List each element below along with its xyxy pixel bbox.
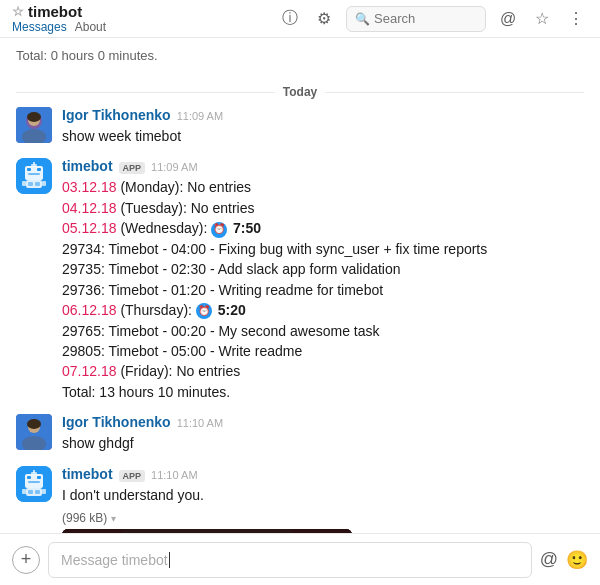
message-author-timebot-2: timebot	[62, 466, 113, 482]
search-input[interactable]	[374, 11, 477, 26]
more-button[interactable]: ⋮	[564, 7, 588, 31]
message-text-timebot-2: I don't understand you.	[62, 485, 584, 505]
message-group-igor-2: Igor Tikhonenko 11:10 AM show ghdgf	[16, 414, 584, 453]
date-divider-line-left	[16, 92, 275, 93]
svg-rect-24	[37, 476, 41, 479]
app-badge-2: APP	[119, 470, 146, 482]
message-time-timebot-2: 11:10 AM	[151, 469, 197, 481]
avatar-igor-1	[16, 107, 52, 143]
svg-rect-30	[42, 489, 46, 494]
svg-rect-23	[27, 476, 31, 479]
date-fri: 07.12.18	[62, 363, 117, 379]
svg-point-19	[27, 419, 41, 429]
message-header-igor-1: Igor Tikhonenko 11:09 AM	[62, 107, 584, 123]
image-size-text: (996 kB)	[62, 511, 107, 525]
compose-emoji-icon[interactable]: 🙂	[566, 549, 588, 571]
message-header-timebot-1: timebot APP 11:09 AM	[62, 158, 584, 174]
at-button[interactable]: @	[496, 7, 520, 31]
svg-rect-32	[35, 490, 40, 494]
message-content-igor-2: Igor Tikhonenko 11:10 AM show ghdgf	[62, 414, 584, 453]
date-divider-line-right	[325, 92, 584, 93]
message-content-timebot-1: timebot APP 11:09 AM 03.12.18 (Monday): …	[62, 158, 584, 402]
nav-links: Messages About	[12, 20, 106, 34]
time-value-thu: 5:20	[218, 302, 246, 318]
message-group-timebot-2: timebot APP 11:10 AM I don't understand …	[16, 466, 584, 533]
svg-rect-7	[27, 168, 31, 171]
image-container: (996 kB) ▾	[62, 511, 584, 533]
chevron-down-icon[interactable]: ▾	[111, 513, 116, 524]
compose-placeholder: Message timebot	[61, 552, 168, 568]
star-icon[interactable]: ☆	[12, 4, 24, 19]
channel-info: ☆ timebot Messages About	[12, 3, 106, 34]
compose-right-icons: @ 🙂	[540, 549, 588, 571]
message-text-igor-1: show week timebot	[62, 126, 584, 146]
svg-rect-25	[28, 481, 40, 483]
message-group-igor-1: Igor Tikhonenko 11:09 AM show week timeb…	[16, 107, 584, 146]
top-bar: ☆ timebot Messages About ⓘ ⚙ 🔍 @ ☆ ⋮	[0, 0, 600, 38]
compose-cursor	[169, 552, 170, 568]
message-content-igor-1: Igor Tikhonenko 11:09 AM show week timeb…	[62, 107, 584, 146]
date-tue: 04.12.18	[62, 200, 117, 216]
message-header-igor-2: Igor Tikhonenko 11:10 AM	[62, 414, 584, 430]
compose-box[interactable]: Message timebot	[48, 542, 532, 578]
message-time-timebot-1: 11:09 AM	[151, 161, 197, 173]
star-button[interactable]: ☆	[530, 7, 554, 31]
message-group-timebot-1: timebot APP 11:09 AM 03.12.18 (Monday): …	[16, 158, 584, 402]
channel-title: ☆ timebot	[12, 3, 106, 20]
avatar-timebot-1	[16, 158, 52, 194]
svg-point-4	[27, 112, 41, 122]
date-mon: 03.12.18	[62, 179, 117, 195]
channel-name: timebot	[28, 3, 82, 20]
svg-rect-16	[35, 182, 40, 186]
image-size-label: (996 kB) ▾	[62, 511, 584, 525]
chat-image	[62, 529, 352, 533]
top-bar-actions: ⓘ ⚙ 🔍 @ ☆ ⋮	[278, 6, 588, 32]
time-icon-thu: ⏰	[196, 303, 212, 319]
app-badge-1: APP	[119, 162, 146, 174]
settings-button[interactable]: ⚙	[312, 7, 336, 31]
time-value-wed: 7:50	[233, 220, 261, 236]
date-divider: Today	[16, 85, 584, 99]
total-line-top: Total: 0 hours 0 minutes.	[16, 46, 584, 73]
message-time-igor-1: 11:09 AM	[177, 110, 223, 122]
bottom-bar: + Message timebot @ 🙂	[0, 533, 600, 585]
svg-rect-13	[22, 181, 26, 186]
message-text-igor-2: show ghdgf	[62, 433, 584, 453]
avatar-igor-2	[16, 414, 52, 450]
message-author-igor-1: Igor Tikhonenko	[62, 107, 171, 123]
svg-rect-14	[42, 181, 46, 186]
compose-plus-button[interactable]: +	[12, 546, 40, 574]
svg-rect-31	[28, 490, 33, 494]
svg-rect-9	[28, 173, 40, 175]
avatar-timebot-inner	[16, 158, 52, 194]
svg-rect-29	[22, 489, 26, 494]
date-wed: 05.12.18	[62, 220, 117, 236]
avatar-timebot-2	[16, 466, 52, 502]
avatar-timebot-inner-2	[16, 466, 52, 502]
time-icon-wed: ⏰	[211, 222, 227, 238]
date-thu: 06.12.18	[62, 302, 117, 318]
messages-area: Total: 0 hours 0 minutes. Today Igor Tik…	[0, 38, 600, 533]
info-button[interactable]: ⓘ	[278, 7, 302, 31]
message-author-igor-2: Igor Tikhonenko	[62, 414, 171, 430]
svg-rect-15	[28, 182, 33, 186]
svg-rect-27	[33, 470, 35, 473]
nav-about[interactable]: About	[75, 20, 106, 34]
search-box[interactable]: 🔍	[346, 6, 486, 32]
message-content-timebot-2: timebot APP 11:10 AM I don't understand …	[62, 466, 584, 533]
search-icon: 🔍	[355, 12, 370, 26]
message-text-timebot-1: 03.12.18 (Monday): No entries 04.12.18 (…	[62, 177, 584, 402]
nav-messages[interactable]: Messages	[12, 20, 67, 34]
message-header-timebot-2: timebot APP 11:10 AM	[62, 466, 584, 482]
svg-rect-78	[62, 529, 352, 533]
message-author-timebot-1: timebot	[62, 158, 113, 174]
svg-rect-8	[37, 168, 41, 171]
date-divider-label: Today	[283, 85, 317, 99]
compose-at-icon[interactable]: @	[540, 549, 558, 570]
svg-rect-11	[33, 162, 35, 165]
message-time-igor-2: 11:10 AM	[177, 417, 223, 429]
